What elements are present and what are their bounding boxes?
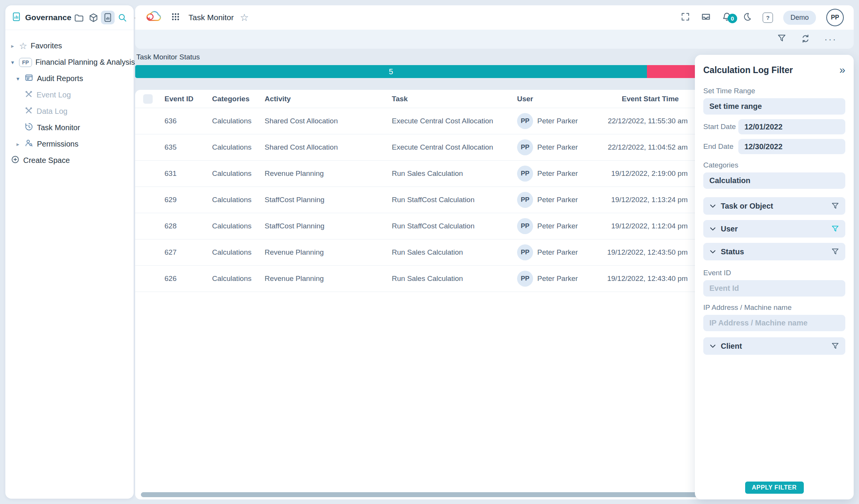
cell-categories: Calculations bbox=[212, 117, 252, 125]
sidebar-item-label: Create Space bbox=[23, 156, 70, 165]
funnel-icon[interactable] bbox=[831, 202, 840, 211]
user-avatar: PP bbox=[517, 218, 533, 234]
select-all-checkbox[interactable] bbox=[143, 94, 153, 104]
app-grid-icon[interactable] bbox=[171, 12, 180, 23]
column-header-user[interactable]: User bbox=[517, 95, 533, 103]
accordion-status[interactable]: Status bbox=[703, 243, 845, 260]
notification-count-badge: 0 bbox=[728, 14, 737, 23]
apply-filter-button[interactable]: APPLY FILTER bbox=[745, 482, 804, 494]
calculation-log-filter-panel: Calculation Log Filter » Set Time Range … bbox=[695, 55, 854, 499]
filter-funnel-icon[interactable] bbox=[777, 33, 787, 45]
cell-event-start-time: 22/12/2022, 11:04:52 am bbox=[573, 143, 688, 152]
models-cube-icon[interactable] bbox=[86, 11, 100, 24]
cell-task: Execute Central Cost Allocation bbox=[392, 117, 493, 125]
sidebar-item-label: Permissions bbox=[37, 140, 78, 148]
set-time-range-label: Set Time Range bbox=[703, 87, 845, 95]
user-avatar: PP bbox=[517, 192, 533, 208]
end-date-label: End Date bbox=[703, 142, 738, 151]
column-header-activity[interactable]: Activity bbox=[265, 95, 291, 103]
cell-categories: Calculations bbox=[212, 222, 252, 230]
history-clock-icon bbox=[24, 122, 34, 133]
event-id-label: Event ID bbox=[703, 269, 845, 277]
header-actions: 0 ? Demo PP bbox=[680, 9, 844, 26]
chevron-right-icon[interactable]: ▸ bbox=[15, 141, 21, 148]
page-title: Task Monitor bbox=[188, 13, 234, 22]
inbox-icon[interactable] bbox=[701, 11, 711, 24]
collapse-panel-icon[interactable]: » bbox=[839, 65, 845, 75]
sidebar-item-financial-planning[interactable]: ▾ FP Financial Planning & Analysis bbox=[5, 54, 134, 70]
sidebar-item-label: Task Monitor bbox=[37, 123, 80, 132]
cell-activity: Shared Cost Allocation bbox=[265, 117, 338, 125]
sidebar-item-label: Event Log bbox=[37, 91, 71, 99]
sidebar: Governance « ▸ ☆ Favorites ▾ F bbox=[5, 5, 134, 499]
sidebar-item-audit-reports[interactable]: ▾ Audit Reports bbox=[5, 70, 134, 87]
star-icon: ☆ bbox=[19, 41, 27, 51]
dark-mode-moon-icon[interactable] bbox=[742, 12, 752, 23]
start-date-input[interactable] bbox=[738, 119, 845, 134]
sidebar-item-label: Data Log bbox=[37, 107, 67, 116]
reports-document-icon[interactable] bbox=[101, 11, 115, 24]
column-header-event-start-time[interactable]: Event Start Time bbox=[622, 95, 679, 103]
chevron-down-icon[interactable]: ▾ bbox=[10, 59, 16, 66]
funnel-icon[interactable] bbox=[831, 342, 840, 351]
status-section-title: Task Monitor Status bbox=[136, 53, 200, 61]
favorite-star-icon[interactable]: ☆ bbox=[240, 13, 249, 22]
accordion-user[interactable]: User bbox=[703, 220, 845, 238]
user-avatar: PP bbox=[517, 113, 533, 129]
cell-user-name: Peter Parker bbox=[537, 196, 578, 204]
sidebar-item-favorites[interactable]: ▸ ☆ Favorites bbox=[5, 38, 134, 54]
chevron-down-icon[interactable]: ▾ bbox=[15, 75, 21, 82]
cell-user-name: Peter Parker bbox=[537, 117, 578, 125]
search-icon[interactable] bbox=[115, 11, 129, 24]
files-folder-icon[interactable] bbox=[72, 11, 86, 24]
sidebar-item-label: Audit Reports bbox=[37, 74, 83, 83]
accordion-task-or-object[interactable]: Task or Object bbox=[703, 197, 845, 215]
cell-event-id: 635 bbox=[164, 143, 177, 152]
cell-task: Run Sales Calculation bbox=[392, 169, 463, 178]
environment-badge[interactable]: Demo bbox=[783, 11, 816, 25]
start-date-label: Start Date bbox=[703, 123, 738, 131]
notifications-bell-icon[interactable]: 0 bbox=[722, 11, 732, 24]
cell-event-id: 629 bbox=[164, 196, 177, 204]
fullscreen-icon[interactable] bbox=[680, 12, 690, 23]
refresh-icon[interactable] bbox=[800, 33, 811, 45]
user-avatar: PP bbox=[517, 271, 533, 287]
cell-categories: Calculations bbox=[212, 274, 252, 283]
cell-activity: Revenue Planning bbox=[265, 274, 324, 283]
sidebar-item-permissions[interactable]: ▸ Permissions bbox=[5, 136, 134, 152]
chevron-down-icon bbox=[709, 248, 717, 255]
sidebar-item-create-space[interactable]: Create Space bbox=[5, 152, 134, 169]
help-icon[interactable]: ? bbox=[763, 13, 773, 23]
categories-select[interactable] bbox=[703, 172, 845, 189]
cell-categories: Calculations bbox=[212, 196, 252, 204]
status-segment-success[interactable]: 5 bbox=[135, 65, 647, 78]
cell-event-id: 626 bbox=[164, 274, 177, 283]
cell-activity: Shared Cost Allocation bbox=[265, 143, 338, 152]
cell-activity: StaffCost Planning bbox=[265, 222, 324, 230]
table-toolbar: ··· bbox=[135, 30, 854, 49]
accordion-client[interactable]: Client bbox=[703, 337, 845, 355]
user-avatar: PP bbox=[517, 139, 533, 155]
cell-user-name: Peter Parker bbox=[537, 248, 578, 257]
app-window: Governance « ▸ ☆ Favorites ▾ F bbox=[0, 0, 859, 504]
chevron-right-icon[interactable]: ▸ bbox=[10, 43, 16, 49]
sidebar-item-data-log[interactable]: Data Log bbox=[5, 103, 134, 120]
cell-event-start-time: 19/12/2022, 12:43:50 pm bbox=[573, 248, 688, 257]
circle-plus-icon bbox=[11, 155, 20, 166]
user-avatar-button[interactable]: PP bbox=[826, 9, 844, 26]
column-header-task[interactable]: Task bbox=[392, 95, 408, 103]
end-date-input[interactable] bbox=[738, 139, 845, 154]
sidebar-item-event-log[interactable]: Event Log bbox=[5, 87, 134, 103]
funnel-icon-active[interactable] bbox=[831, 225, 840, 233]
column-header-categories[interactable]: Categories bbox=[212, 95, 249, 103]
cell-user-name: Peter Parker bbox=[537, 274, 578, 283]
cell-categories: Calculations bbox=[212, 143, 252, 152]
cell-event-start-time: 19/12/2022, 2:19:00 pm bbox=[573, 169, 688, 178]
cell-event-start-time: 19/12/2022, 1:13:24 pm bbox=[573, 196, 688, 204]
column-header-event-id[interactable]: Event ID bbox=[164, 95, 193, 103]
set-time-range-select[interactable] bbox=[703, 98, 845, 115]
event-id-input[interactable] bbox=[703, 280, 845, 297]
sidebar-item-task-monitor[interactable]: Task Monitor bbox=[5, 120, 134, 136]
ip-address-input[interactable] bbox=[703, 315, 845, 331]
funnel-icon[interactable] bbox=[831, 247, 840, 256]
